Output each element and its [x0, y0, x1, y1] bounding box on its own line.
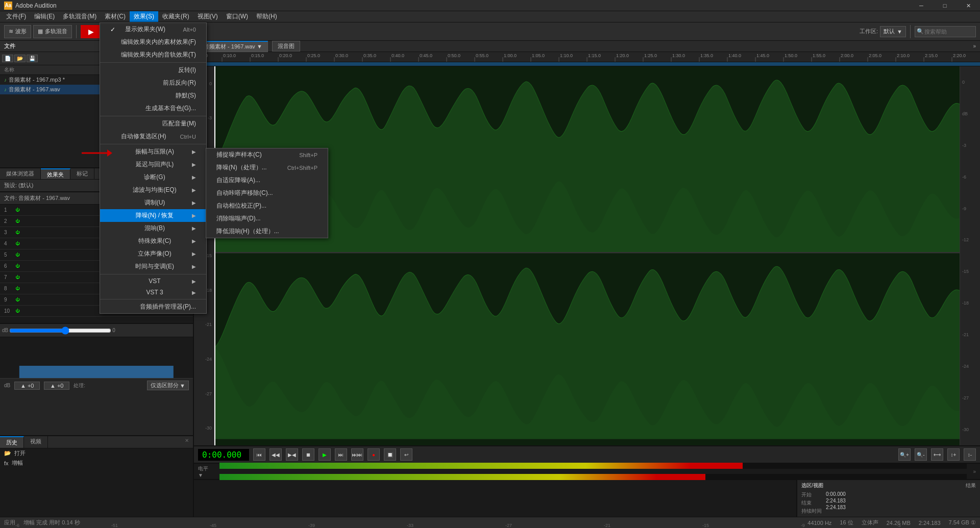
time-pitch-arrow-icon: ▶	[192, 264, 196, 269]
transport-to-start-btn[interactable]: ⏮	[253, 448, 265, 461]
level-panel-close[interactable]: »	[973, 469, 976, 474]
tab-tags[interactable]: 标记	[70, 168, 94, 179]
menu-edit-clip-effects[interactable]: 编辑效果夹内的素材效果(F)	[100, 36, 206, 48]
menu-reduce-reverb[interactable]: 降低混响(H)（处理）...	[206, 225, 328, 238]
tab-history[interactable]: 历史	[0, 436, 24, 448]
menu-diagnostics[interactable]: 诊断(G) ▶	[100, 171, 206, 184]
save-btn[interactable]: 💾	[27, 55, 38, 62]
open-file-btn[interactable]: 📂	[14, 55, 26, 62]
minimize-button[interactable]: ─	[910, 0, 933, 11]
menu-vst[interactable]: VST ▶	[100, 275, 206, 287]
transport-prev-btn[interactable]: ◀◀	[270, 448, 282, 461]
menu-capture-noise[interactable]: 捕捉噪声样本(C) Shift+P	[206, 148, 328, 161]
tab-effects-rack[interactable]: 效果夹	[41, 168, 70, 179]
effect-power-8[interactable]: ⏻	[15, 286, 19, 291]
menu-amplitude[interactable]: 振幅与压限(A) ▶	[100, 145, 206, 158]
menu-divider-4	[100, 274, 206, 274]
effect-power-2[interactable]: ⏻	[15, 219, 19, 223]
menu-edit[interactable]: 编辑(E)	[30, 11, 59, 22]
effect-power-9[interactable]: ⏻	[15, 297, 19, 302]
history-close[interactable]: ✕	[181, 436, 193, 448]
menu-plugin-manager[interactable]: 音频插件管理器(P)...	[100, 300, 206, 313]
new-file-btn[interactable]: 📄	[2, 55, 13, 62]
maximize-button[interactable]: □	[933, 0, 957, 11]
bottom-info-bar: 选区/视图 结果 开始 结束 持续时间 0:00.000 2:24.183 2:…	[194, 480, 980, 517]
menu-favorites[interactable]: 收藏夹(R)	[158, 11, 193, 22]
process-selector[interactable]: 仅选区部分 ▼	[147, 381, 189, 390]
history-item-amplify[interactable]: fx 增幅	[0, 458, 193, 468]
menu-reverse[interactable]: 前后反向(R)	[100, 77, 206, 89]
menu-multitrack[interactable]: 多轨混音(M)	[59, 11, 101, 22]
waveform-mode-btn[interactable]: ≋ 波形	[4, 25, 31, 38]
transport-loop-btn[interactable]: 🔲	[384, 448, 396, 461]
zoom-fit-btn[interactable]: ⟷	[931, 448, 943, 461]
ruler-canvas	[194, 52, 980, 62]
effect-power-6[interactable]: ⏻	[15, 264, 19, 268]
tab-media-browser[interactable]: 媒体浏览器	[0, 168, 41, 179]
mixdown-tab[interactable]: 混音图	[272, 41, 300, 52]
window-controls: ─ □ ✕	[910, 0, 980, 11]
close-button[interactable]: ✕	[957, 0, 980, 11]
menu-auto-phase[interactable]: 自动相位校正(P)...	[206, 199, 328, 212]
menu-clip[interactable]: 素材(C)	[101, 11, 130, 22]
menu-effects[interactable]: 效果(S)	[130, 11, 158, 22]
menu-noise-reduction[interactable]: 降噪(N)（处理）... Ctrl+Shift+P	[206, 161, 328, 174]
transport-next-btn[interactable]: ⏭	[335, 448, 347, 461]
menu-filter-eq[interactable]: 滤波与均衡(EQ) ▶	[100, 184, 206, 196]
menu-window[interactable]: 窗口(W)	[222, 11, 252, 22]
menu-generate-tone[interactable]: 生成基本音色(G)...	[100, 102, 206, 115]
menu-help[interactable]: 帮助(H)	[252, 11, 281, 22]
menu-auto-click[interactable]: 自动咔嗒声移除(C)...	[206, 187, 328, 199]
effect-power-1[interactable]: ⏻	[15, 208, 19, 212]
effect-power-10[interactable]: ⏻	[15, 309, 19, 313]
menu-view[interactable]: 视图(V)	[193, 11, 222, 22]
menu-remove-hum[interactable]: 消除嗡嗡声(D)...	[206, 212, 328, 225]
menu-adaptive-nr[interactable]: 自适应降噪(A)...	[206, 174, 328, 187]
menu-special-fx[interactable]: 特殊效果(C) ▶	[100, 235, 206, 247]
menu-time-pitch[interactable]: 时间与变调(E) ▶	[100, 260, 206, 273]
selection-info-panel: 选区/视图 结果 开始 结束 持续时间 0:00.000 2:24.183 2:…	[796, 480, 980, 517]
tab-video[interactable]: 视频	[24, 436, 48, 448]
menu-vst3[interactable]: VST 3 ▶	[100, 287, 206, 298]
transport-to-end-btn[interactable]: ⏭⏭	[351, 448, 363, 461]
menu-auto-heal[interactable]: 自动修复选区(H) Ctrl+U	[100, 130, 206, 143]
mixer-toolbar: dB 0	[0, 324, 193, 337]
workspace-selector[interactable]: 默认 ▼	[880, 26, 906, 37]
waveform-file-tab[interactable]: 音频素材 - 1967.wav ▼	[198, 41, 268, 52]
menu-delay-echo[interactable]: 延迟与回声(L) ▶	[100, 158, 206, 171]
menu-mixdown-label: 混响(B)	[144, 224, 165, 233]
waveform-ruler	[194, 52, 980, 62]
history-item-open[interactable]: 📂 打开	[0, 448, 193, 458]
menu-mixdown[interactable]: 混响(B) ▶	[100, 222, 206, 235]
titlebar: Aa Adobe Audition ─ □ ✕	[0, 0, 980, 11]
menu-invert[interactable]: 反转(I)	[100, 64, 206, 77]
history-amplify-label: 增幅	[12, 459, 23, 467]
menu-modulation[interactable]: 调制(U) ▶	[100, 196, 206, 209]
transport-play-btn[interactable]: ▶	[318, 448, 331, 461]
panel-expand-icon[interactable]: »	[973, 43, 976, 49]
menu-file[interactable]: 文件(F)	[2, 11, 30, 22]
menu-show-effects[interactable]: ✓ 显示效果夹(W) Alt+0	[100, 23, 206, 36]
transport-return-btn[interactable]: ↩	[400, 448, 412, 461]
transport-record-btn[interactable]: ●	[368, 448, 380, 461]
menu-match-volume[interactable]: 匹配音量(M)	[100, 117, 206, 130]
transport-stop-btn[interactable]: ⏹	[302, 448, 314, 461]
menu-silence[interactable]: 静默(S)	[100, 89, 206, 102]
effect-power-4[interactable]: ⏻	[15, 241, 19, 246]
transport-play-pause-btn[interactable]: ▶◀	[286, 448, 298, 461]
multitrack-mode-btn[interactable]: ▦ 多轨混音	[33, 25, 72, 38]
effect-power-3[interactable]: ⏻	[15, 230, 19, 235]
menu-denoise[interactable]: 降噪(N) / 恢复 ▶	[100, 209, 206, 222]
menu-stereo[interactable]: 立体声像(O) ▶	[100, 247, 206, 260]
zoom-h-out-btn[interactable]: ↕-	[964, 448, 976, 461]
zoom-in-btn[interactable]: 🔍+	[898, 448, 911, 461]
zoom-h-in-btn[interactable]: ↕+	[947, 448, 960, 461]
effect-power-7[interactable]: ⏻	[15, 275, 19, 280]
selection-labels: 开始 结束 持续时间	[801, 491, 822, 515]
zoom-out-btn[interactable]: 🔍-	[915, 448, 927, 461]
effect-power-5[interactable]: ⏻	[15, 253, 19, 257]
menu-edit-track-effects[interactable]: 编辑效果夹内的音轨效果(T)	[100, 48, 206, 61]
app-title: Adobe Audition	[15, 2, 57, 9]
level-slider[interactable]	[9, 326, 111, 335]
search-input[interactable]	[915, 26, 976, 37]
